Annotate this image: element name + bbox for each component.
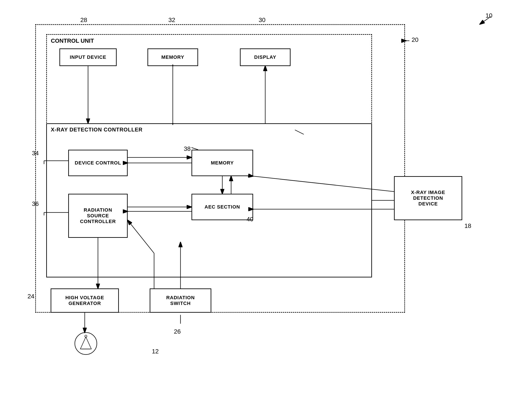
aec-section-box: AEC SECTION <box>191 194 253 220</box>
memory-top-box: MEMORY <box>147 49 198 66</box>
input-device-box: INPUT DEVICE <box>59 49 117 66</box>
high-voltage-generator-box: HIGH VOLTAGE GENERATOR <box>51 288 119 313</box>
label-20: 20 <box>412 36 418 43</box>
label-38: 38 <box>184 145 191 152</box>
svg-point-32 <box>75 333 97 354</box>
label-26: 26 <box>174 328 181 335</box>
control-unit-label: CONTROL UNIT <box>51 37 94 44</box>
label-36: 36 <box>32 200 39 207</box>
label-30: 30 <box>259 17 265 24</box>
svg-marker-33 <box>80 337 91 349</box>
label-12: 12 <box>152 348 159 355</box>
memory-inner-box: MEMORY <box>191 150 253 176</box>
xray-image-detection-box: X-RAY IMAGE DETECTION DEVICE <box>394 176 462 220</box>
label-24: 24 <box>28 293 34 300</box>
diagram: 10 20 CONTROL UNIT INPUT DEVICE MEMORY D… <box>0 0 532 397</box>
label-10: 10 <box>486 12 492 19</box>
label-28: 28 <box>80 17 87 24</box>
label-40: 40 <box>246 216 253 223</box>
display-box: DISPLAY <box>240 49 291 66</box>
label-34: 34 <box>32 150 39 157</box>
radiation-switch-box: RADIATION SWITCH <box>150 288 211 313</box>
device-control-box: DEVICE CONTROL <box>68 150 128 176</box>
xray-tube-symbol <box>73 331 99 360</box>
label-32: 32 <box>168 17 175 24</box>
radiation-source-controller-box: RADIATION SOURCE CONTROLLER <box>68 194 128 238</box>
label-18: 18 <box>465 222 471 230</box>
